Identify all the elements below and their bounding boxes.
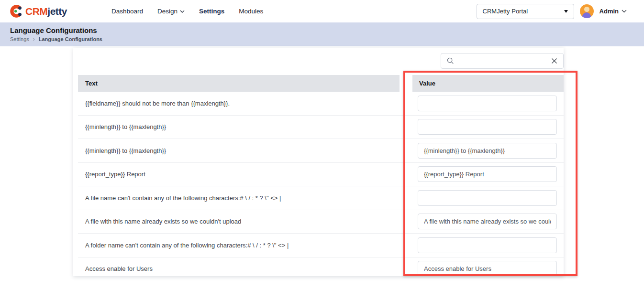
row-text: A file name can't contain any of the fol…	[78, 194, 412, 202]
value-input[interactable]	[418, 119, 557, 135]
row-text: {{fieldname}} should not be more than {{…	[78, 100, 412, 107]
brand-logo[interactable]: CRMjetty	[10, 5, 67, 18]
table-row: A folder name can't contain any of the f…	[78, 234, 564, 257]
row-text: {{minlength}} to {{maxlength}}	[78, 147, 412, 154]
table-header: Text Value	[78, 75, 564, 92]
user-label: Admin	[600, 8, 619, 15]
portal-select-value: CRMJetty Portal	[483, 8, 528, 15]
row-text: A folder name can't contain any of the f…	[78, 242, 412, 249]
row-text: Access enable for Users	[78, 265, 412, 272]
row-value-cell	[412, 96, 564, 111]
value-input[interactable]	[418, 96, 557, 111]
table-row: {{minlength}} to {{maxlength}}	[78, 139, 564, 163]
clear-search-icon[interactable]	[551, 58, 557, 64]
breadcrumb: Settings › Language Configurations	[10, 36, 644, 42]
column-header-value: Value	[412, 75, 564, 92]
language-table: Text Value {{fieldname}} should not be m…	[78, 75, 564, 276]
value-input[interactable]	[418, 261, 557, 276]
crmjetty-logo-icon	[10, 5, 22, 18]
avatar[interactable]	[580, 4, 594, 18]
row-value-cell	[412, 190, 564, 206]
navbar-right: CRMJetty Portal Admin	[477, 0, 627, 22]
value-input[interactable]	[418, 190, 557, 206]
search-box	[441, 53, 564, 69]
avatar-head	[584, 7, 589, 12]
caret-down-icon	[564, 10, 568, 13]
table-row: {{report_type}} Report	[78, 163, 564, 187]
breadcrumb-settings[interactable]: Settings	[10, 36, 29, 42]
value-input[interactable]	[418, 214, 557, 229]
nav-item-settings[interactable]: Settings	[199, 8, 224, 15]
row-value-cell	[412, 237, 564, 253]
value-input[interactable]	[418, 166, 557, 182]
table-row: A file name can't contain any of the fol…	[78, 186, 564, 210]
row-value-cell	[412, 143, 564, 159]
top-navbar: CRMjetty Dashboard Design Settings Modul…	[0, 0, 644, 22]
value-input[interactable]	[418, 237, 557, 253]
row-text: {{report_type}} Report	[78, 171, 412, 178]
nav-item-dashboard[interactable]: Dashboard	[111, 8, 143, 15]
nav-item-modules[interactable]: Modules	[239, 8, 263, 15]
value-input[interactable]	[418, 143, 557, 159]
chevron-down-icon	[622, 10, 627, 13]
search-input[interactable]	[458, 57, 547, 64]
table-row: {{fieldname}} should not be more than {{…	[78, 92, 564, 116]
brand-name: CRMjetty	[25, 6, 67, 17]
page-title: Language Configurations	[10, 26, 644, 34]
portal-select[interactable]: CRMJetty Portal	[477, 4, 574, 19]
chevron-down-icon	[180, 10, 185, 13]
search-icon	[447, 57, 454, 64]
user-menu[interactable]: Admin	[600, 8, 627, 15]
row-value-cell	[412, 119, 564, 135]
main-nav: Dashboard Design Settings Modules	[111, 0, 263, 22]
breadcrumb-separator-icon: ›	[33, 36, 35, 42]
column-header-text: Text	[78, 75, 400, 92]
nav-item-design[interactable]: Design	[157, 8, 185, 15]
table-row: {{minlength}} to {{maxlength}}	[78, 116, 564, 139]
row-text: {{minlength}} to {{maxlength}}	[78, 123, 412, 130]
table-row: Access enable for Users	[78, 257, 564, 277]
row-value-cell	[412, 166, 564, 182]
content-panel: Text Value {{fieldname}} should not be m…	[73, 48, 564, 276]
row-text: A file with this name already exists so …	[78, 218, 412, 225]
page-header-band: Language Configurations Settings › Langu…	[0, 22, 644, 46]
avatar-torso	[582, 12, 591, 18]
row-value-cell	[412, 261, 564, 276]
table-row: A file with this name already exists so …	[78, 210, 564, 234]
breadcrumb-current: Language Configurations	[39, 36, 102, 42]
row-value-cell	[412, 214, 564, 229]
